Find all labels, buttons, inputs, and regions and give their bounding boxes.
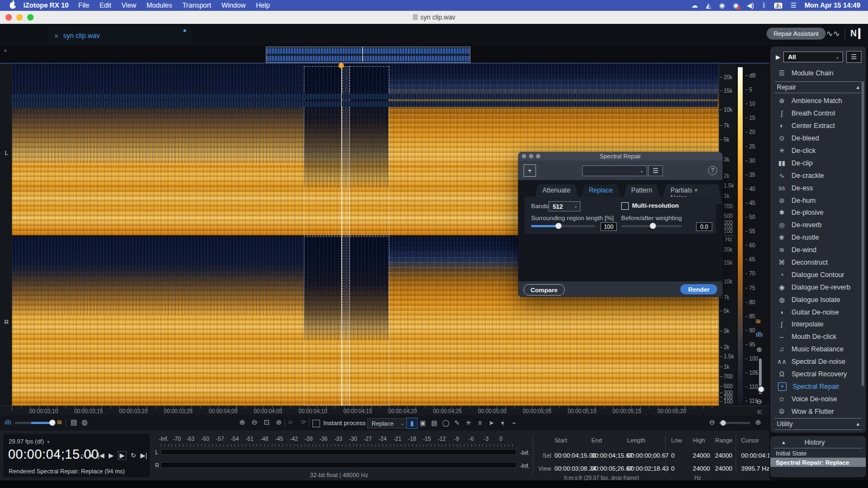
tool-lasso[interactable]: ◯ <box>441 418 451 428</box>
repair-section-header[interactable]: Repair▲ <box>775 81 861 93</box>
render-button[interactable]: Render <box>680 284 717 294</box>
instant-process-checkbox[interactable] <box>312 420 320 427</box>
sidebar-item-spectral-repair[interactable]: +Spectral Repair <box>770 380 866 393</box>
go-to-end-button[interactable]: ▶| <box>141 452 147 459</box>
menu-edit[interactable]: Edit <box>100 2 112 9</box>
weighting-slider[interactable] <box>621 225 682 227</box>
play-button[interactable]: ▶ <box>108 452 113 459</box>
sidebar-item-mouth-de-click[interactable]: ⌣Mouth De-click <box>770 331 866 343</box>
zoom-in-icon[interactable]: ⊕ <box>239 418 245 427</box>
history-item[interactable]: Initial State <box>770 448 866 458</box>
zoom-selection-icon[interactable]: ⊡ <box>264 418 270 427</box>
sidebar-scrollbar[interactable] <box>861 81 864 386</box>
sidebar-item-center-extract[interactable]: ◐Center Extract <box>770 120 866 132</box>
utility-section-header[interactable]: Utility▲ <box>775 418 861 430</box>
menubar-clock[interactable]: Mon Apr 15 14:49 <box>805 2 860 9</box>
vzoom-out-icon[interactable]: ⊖ <box>756 397 762 406</box>
waveform-blend-icon[interactable]: ıllı <box>4 418 11 427</box>
sidebar-item-breath-control[interactable]: ʃBreath Control <box>770 107 866 120</box>
loupe-icon[interactable]: ○ <box>288 418 292 427</box>
menu-file[interactable]: File <box>78 2 89 9</box>
module-menu-button[interactable]: ☰ <box>846 51 861 63</box>
view-low[interactable]: 0 <box>671 465 674 472</box>
sidebar-item-de-ess[interactable]: ssDe-ess <box>770 182 866 194</box>
signal-flow-icon[interactable]: ∿∿ <box>826 29 840 38</box>
sidebar-item-de-plosive[interactable]: ✱De-plosive <box>770 207 866 219</box>
tab-close-icon[interactable]: × <box>54 32 59 40</box>
file-tab[interactable]: × syn clip.wav <box>48 26 192 46</box>
sidebar-item-voice-de-noise[interactable]: ☺Voice De-noise <box>770 393 866 405</box>
recording-icon[interactable]: ◉ <box>733 2 738 9</box>
preset-dropdown[interactable] <box>582 165 647 176</box>
bluetooth-icon[interactable]: ᛒ <box>762 2 766 9</box>
view-range[interactable]: 24000 <box>715 465 732 472</box>
sidebar-item-wow-flutter[interactable]: ☮Wow & Flutter <box>770 405 866 418</box>
view-start[interactable]: 00:00:03;08.24 <box>554 465 596 472</box>
bands-dropdown[interactable]: 512 <box>548 201 580 211</box>
menu-view[interactable]: View <box>122 2 136 9</box>
sidebar-item-dialogue-de-reverb[interactable]: ◉Dialogue De-reverb <box>770 281 866 293</box>
sidebar-item-ambience-match[interactable]: ⊕Ambience Match <box>770 95 866 107</box>
help-button[interactable]: ? <box>708 166 717 175</box>
sidebar-item-de-hum[interactable]: ⊘De-hum <box>770 194 866 207</box>
input-source-icon[interactable]: あ <box>774 3 782 9</box>
grab-icon[interactable]: ☞ <box>301 418 307 427</box>
tool-time-selection[interactable]: ▮ <box>406 418 418 429</box>
apple-icon[interactable] <box>10 2 16 9</box>
blend-slider-knob[interactable] <box>49 420 55 426</box>
amplitude-colorbar[interactable] <box>738 67 743 404</box>
spectrogram-options-icon[interactable]: ≋ <box>755 317 761 325</box>
sel-high[interactable]: 24000 <box>693 452 710 459</box>
multi-resolution-checkbox[interactable] <box>621 202 629 210</box>
waveform-blend-mini-icon[interactable]: ıllı <box>756 330 763 338</box>
history-item[interactable]: Spectral Repair: Replace <box>770 458 866 467</box>
sidebar-item-guitar-de-noise[interactable]: ◖Guitar De-noise <box>770 306 866 318</box>
hzoom-out-icon[interactable]: ⊖ <box>709 418 715 427</box>
process-mode-dropdown[interactable]: Replace <box>367 418 408 428</box>
sel-length[interactable]: 00:00:00;00.67 <box>627 452 669 459</box>
sel-start[interactable]: 00:00:04;15.00 <box>554 452 596 459</box>
sel-low[interactable]: 0 <box>671 452 674 459</box>
tool-flatten[interactable]: ≡ <box>475 418 485 428</box>
module-chain-item[interactable]: ☰ Module Chain <box>770 66 866 81</box>
surrounding-region-value[interactable]: 100 <box>601 222 617 231</box>
level-meter-left[interactable] <box>161 449 516 455</box>
sel-range[interactable]: 24000 <box>715 452 732 459</box>
blend-slider[interactable] <box>15 422 53 424</box>
channel-label-right[interactable]: R <box>4 319 9 325</box>
screen-time-icon[interactable]: ◉ <box>719 2 725 9</box>
go-to-start-button[interactable]: |◀ <box>98 452 104 459</box>
sidebar-item-music-rebalance[interactable]: ♫Music Rebalance <box>770 343 866 356</box>
preset-menu-button[interactable]: ☰ <box>648 165 663 176</box>
notes-icon[interactable]: ▤ <box>71 418 77 427</box>
time-selection-region[interactable] <box>342 66 350 406</box>
repair-assistant-button[interactable]: Repair Assistant <box>767 28 826 40</box>
time-ruler[interactable]: 00:00:03;1000:00:03;1500:00:03;2000:00:0… <box>0 406 769 416</box>
tool-frequency-selection[interactable]: ▤ <box>429 418 439 428</box>
control-center-icon[interactable]: ☰ <box>790 2 796 9</box>
sidebar-item-dialogue-isolate[interactable]: ◍Dialogue Isolate <box>770 293 866 306</box>
vzoom-slider-knob[interactable] <box>757 386 765 393</box>
sidebar-item-de-rustle[interactable]: ❀De-rustle <box>770 232 866 244</box>
loop-button[interactable]: ↻ <box>131 452 136 459</box>
sidebar-item-spectral-recovery[interactable]: ΩSpectral Recovery <box>770 368 866 381</box>
play-selection-button[interactable]: ▶ <box>118 451 126 460</box>
spectrogram-settings-icon[interactable]: ≋ <box>56 418 62 427</box>
menu-transport[interactable]: Transport <box>182 2 211 9</box>
history-header[interactable]: ▲ History <box>774 436 863 448</box>
cloud-icon[interactable]: ☁ <box>691 2 698 9</box>
zoom-reset-icon[interactable]: ⊛ <box>276 418 282 427</box>
menu-app-name[interactable]: iZotope RX 10 <box>23 2 68 9</box>
sidebar-item-deconstruct[interactable]: ⌘Deconstruct <box>770 256 866 269</box>
tool-magic-wand[interactable]: ✳ <box>463 418 474 428</box>
hzoom-in-icon[interactable]: ⊕ <box>755 418 761 427</box>
dialog-titlebar[interactable]: Spectral Repair <box>518 152 723 160</box>
channel-label-left[interactable]: L <box>5 150 8 156</box>
creative-cloud-icon[interactable]: ◭ <box>706 2 711 9</box>
sidebar-item-spectral-de-noise[interactable]: ∧∧Spectral De-noise <box>770 356 866 368</box>
menu-window[interactable]: Window <box>221 2 245 9</box>
sidebar-item-de-click[interactable]: ✳De-click <box>770 145 866 157</box>
sidebar-item-dialogue-contour[interactable]: ◔Dialogue Contour <box>770 268 866 281</box>
tool-brush[interactable]: ✎ <box>452 418 462 428</box>
framerate-dropdown[interactable]: 29.97 fps (df) <box>9 438 49 445</box>
